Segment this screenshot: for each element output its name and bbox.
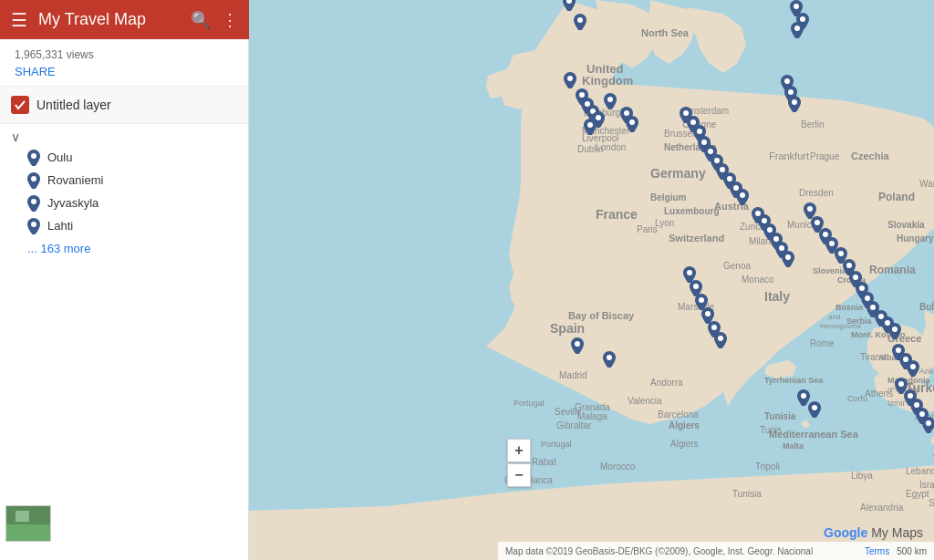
place-name: Lahti — [47, 219, 73, 233]
map-pin[interactable] — [574, 14, 586, 30]
app-header: ☰ My Travel Map 🔍 ⋮ — [0, 0, 249, 39]
svg-point-152 — [838, 251, 844, 256]
map-pin[interactable] — [564, 72, 576, 88]
map-svg: United Kingdom Germany France Italy Spai… — [249, 0, 934, 560]
map-pin[interactable] — [788, 96, 801, 112]
view-count: 1,965,331 views — [15, 48, 234, 61]
svg-point-151 — [829, 241, 835, 246]
list-item[interactable]: Lahti — [0, 214, 248, 237]
svg-point-160 — [892, 327, 898, 332]
svg-text:Poland: Poland — [878, 191, 915, 203]
svg-point-114 — [794, 4, 799, 9]
svg-point-154 — [853, 275, 858, 280]
google-my-maps-logo: Google My Maps — [824, 525, 923, 540]
svg-point-134 — [697, 129, 702, 134]
map-pin[interactable] — [604, 93, 617, 109]
map-pin[interactable] — [563, 0, 576, 11]
sidebar: 1,965,331 views SHARE Untitled layer ∨ — [0, 39, 249, 560]
map-controls: + − — [507, 439, 531, 487]
search-icon[interactable]: 🔍 — [191, 10, 211, 30]
scale-label: 500 km — [897, 546, 927, 556]
svg-point-168 — [607, 355, 612, 360]
svg-point-148 — [807, 206, 813, 212]
map-pin[interactable] — [603, 351, 616, 368]
more-places-link[interactable]: ... 163 more — [0, 237, 248, 260]
svg-point-141 — [740, 192, 745, 198]
list-item[interactable]: Oulu — [0, 146, 248, 169]
map-pin[interactable] — [571, 337, 584, 354]
svg-text:Israel: Israel — [919, 480, 934, 490]
svg-point-164 — [705, 311, 711, 316]
map-pin[interactable] — [782, 251, 794, 267]
map-thumbnail[interactable] — [5, 505, 51, 542]
svg-text:Slovakia: Slovakia — [887, 220, 925, 230]
svg-point-112 — [566, 0, 572, 4]
svg-text:Tunisia: Tunisia — [764, 411, 796, 421]
svg-text:Portugal: Portugal — [514, 399, 545, 408]
pin-icon — [27, 174, 40, 187]
hamburger-icon[interactable]: ☰ — [11, 9, 27, 31]
svg-point-170 — [812, 405, 817, 410]
svg-text:and: and — [828, 313, 840, 321]
svg-point-3 — [31, 222, 36, 227]
svg-text:Barcelona: Barcelona — [658, 410, 699, 420]
more-options-icon[interactable]: ⋮ — [222, 10, 238, 30]
svg-text:France: France — [596, 207, 638, 222]
svg-point-175 — [926, 420, 931, 426]
svg-text:Lyon: Lyon — [655, 218, 674, 228]
svg-text:Czechia: Czechia — [851, 150, 889, 161]
svg-text:Tirana: Tirana — [860, 352, 886, 362]
zoom-out-button[interactable]: − — [507, 463, 531, 487]
svg-point-1 — [31, 176, 36, 181]
map-area[interactable]: United Kingdom Germany France Italy Spai… — [249, 0, 934, 560]
list-item[interactable]: Rovaniemi — [0, 169, 248, 192]
svg-text:Athens: Athens — [865, 389, 893, 399]
svg-text:Lebanon: Lebanon — [906, 466, 934, 476]
svg-text:Corfu: Corfu — [847, 394, 867, 403]
svg-point-131 — [792, 99, 797, 105]
svg-text:Paris: Paris — [637, 224, 658, 234]
svg-point-167 — [575, 341, 580, 347]
svg-text:Tunisia: Tunisia — [732, 489, 762, 499]
svg-point-113 — [577, 17, 583, 23]
svg-text:Madrid: Madrid — [559, 370, 587, 380]
svg-text:Malta: Malta — [783, 441, 804, 451]
svg-point-120 — [567, 76, 573, 81]
pin-icon — [27, 220, 40, 233]
map-pin[interactable] — [888, 323, 901, 339]
map-pin[interactable] — [584, 119, 597, 135]
map-pin[interactable] — [714, 332, 727, 348]
svg-text:Tyrrhenian Sea: Tyrrhenian Sea — [764, 376, 824, 385]
terms-link[interactable]: Terms — [865, 546, 889, 556]
svg-text:Italy: Italy — [764, 289, 790, 304]
svg-text:Warsaw: Warsaw — [919, 179, 934, 189]
layer-checkbox[interactable] — [11, 96, 29, 114]
svg-text:Spain: Spain — [550, 321, 585, 336]
zoom-in-button[interactable]: + — [507, 439, 531, 462]
svg-text:Syria: Syria — [929, 498, 934, 508]
svg-text:Mediterranean Sea: Mediterranean Sea — [769, 429, 859, 440]
svg-text:Rabat: Rabat — [532, 457, 556, 467]
svg-text:Kingdom: Kingdom — [582, 74, 633, 88]
svg-point-147 — [785, 254, 791, 260]
sidebar-meta: 1,965,331 views SHARE — [0, 39, 248, 87]
svg-text:Romania: Romania — [869, 264, 916, 276]
svg-point-2 — [31, 199, 36, 204]
map-pin[interactable] — [922, 417, 934, 433]
svg-point-161 — [687, 270, 692, 275]
svg-text:Portugal: Portugal — [541, 440, 572, 449]
svg-text:Alexandria: Alexandria — [860, 503, 904, 513]
svg-point-129 — [784, 78, 790, 84]
map-pin[interactable] — [808, 401, 821, 418]
map-pin[interactable] — [907, 360, 919, 377]
map-pin[interactable] — [736, 189, 749, 205]
share-button[interactable]: SHARE — [15, 65, 234, 78]
svg-point-128 — [629, 119, 635, 125]
svg-text:Morocco: Morocco — [600, 461, 636, 472]
svg-point-163 — [699, 297, 704, 303]
svg-point-171 — [898, 381, 904, 387]
map-pin[interactable] — [791, 22, 804, 38]
collapse-icon[interactable]: ∨ — [11, 130, 20, 144]
list-item[interactable]: Jyvaskyla — [0, 192, 248, 214]
map-pin[interactable] — [626, 116, 638, 132]
